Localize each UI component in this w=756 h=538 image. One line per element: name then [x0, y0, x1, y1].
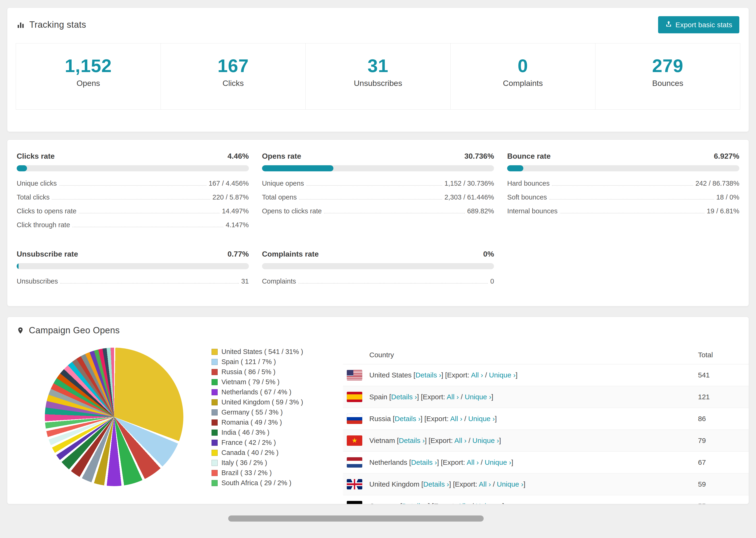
- bracket-open: [: [441, 458, 443, 466]
- dotted-leader: [52, 199, 210, 199]
- export-unique-link[interactable]: Unique ›: [465, 393, 491, 401]
- export-all-link[interactable]: All ›: [454, 437, 466, 444]
- export-unique-link[interactable]: Unique ›: [485, 458, 511, 466]
- metric-label: Hard bounces: [507, 180, 550, 187]
- export-label: Export:: [455, 480, 477, 488]
- table-row: Germany [Details ›] [Export: All › / Uni…: [343, 495, 749, 504]
- geo-title: Campaign Geo Opens: [29, 325, 120, 336]
- bar-chart-icon: [17, 21, 25, 29]
- geo-table-rows: United States [Details ›] [Export: All ›…: [343, 364, 749, 504]
- rates-card: Clicks rate 4.46% Unique clicks 167 / 4.…: [7, 139, 749, 306]
- rate-rows: Unique opens 1,152 / 30.736% Total opens…: [262, 177, 494, 218]
- country-flag: [347, 435, 362, 446]
- legend-swatch: [212, 409, 218, 415]
- details-link[interactable]: Details ›: [423, 480, 449, 488]
- legend-label: Vietnam ( 79 / 5% ): [221, 378, 280, 386]
- bracket-close: ]: [425, 437, 427, 444]
- links-slash: /: [464, 415, 466, 422]
- rate-panel: Clicks rate 4.46% Unique clicks 167 / 4.…: [17, 152, 249, 232]
- export-unique-link[interactable]: Unique ›: [468, 415, 495, 422]
- rate-title: Clicks rate: [17, 152, 55, 161]
- export-all-link[interactable]: All ›: [479, 480, 491, 488]
- export-unique-link[interactable]: Unique ›: [476, 502, 502, 504]
- bracket-close-2: ]: [515, 371, 517, 379]
- details-link[interactable]: Details ›: [402, 502, 428, 504]
- metric-value: 19 / 6.81%: [707, 207, 739, 215]
- legend-label: Canada ( 40 / 2% ): [221, 449, 279, 457]
- rate-value: 6.927%: [714, 152, 739, 161]
- stat-label: Unsubscribes: [306, 79, 450, 88]
- metric-label: Opens to clicks rate: [262, 207, 322, 215]
- metric-row: Unique clicks 167 / 4.456%: [17, 177, 249, 190]
- legend-item: France ( 42 / 2% ): [212, 438, 312, 448]
- metric-row: Clicks to opens rate 14.497%: [17, 204, 249, 218]
- legend-swatch: [212, 460, 218, 466]
- stat-cell: 1,152 Opens: [16, 43, 161, 109]
- metric-value: 689.82%: [467, 207, 494, 215]
- legend-swatch: [212, 349, 218, 355]
- geo-opens-pie-chart: [45, 348, 183, 486]
- export-all-link[interactable]: All ›: [450, 415, 462, 422]
- dotted-leader: [324, 213, 465, 213]
- details-link[interactable]: Details ›: [391, 393, 417, 401]
- country-flag: [347, 479, 362, 489]
- dotted-leader: [306, 185, 442, 186]
- metric-row: Total clicks 220 / 5.87%: [17, 190, 249, 204]
- export-all-link[interactable]: All ›: [458, 502, 470, 504]
- bracket-open: [: [389, 393, 391, 401]
- export-unique-link[interactable]: Unique ›: [489, 371, 515, 379]
- metric-row: Opens to clicks rate 689.82%: [262, 204, 494, 218]
- dotted-leader: [72, 227, 223, 227]
- details-link[interactable]: Details ›: [399, 437, 425, 444]
- rates-grid: Clicks rate 4.46% Unique clicks 167 / 4.…: [7, 140, 749, 306]
- tracking-stats-card: Tracking stats Export basic stats 1,152 …: [7, 8, 749, 132]
- export-label: Export:: [426, 415, 449, 422]
- export-all-link[interactable]: All ›: [467, 458, 479, 466]
- bracket-close-2: ]: [495, 415, 497, 422]
- stats-summary-row: 1,152 Opens 167 Clicks 31 Unsubscribes 0…: [16, 43, 740, 110]
- export-unique-link[interactable]: Unique ›: [472, 437, 499, 444]
- rate-panel: Complaints rate 0% Complaints 0: [262, 250, 494, 288]
- legend-label: Russia ( 86 / 5% ): [221, 368, 275, 376]
- metric-value: 242 / 86.738%: [695, 180, 739, 187]
- rate-progress-bar: [262, 165, 494, 171]
- details-link[interactable]: Details ›: [395, 415, 420, 422]
- bracket-close: ]: [449, 480, 451, 488]
- legend-item: Vietnam ( 79 / 5% ): [212, 377, 312, 387]
- dotted-leader: [298, 283, 488, 284]
- rate-value: 30.736%: [464, 152, 494, 161]
- export-label: Export:: [423, 393, 445, 401]
- export-unique-link[interactable]: Unique ›: [497, 480, 523, 488]
- country-name: United States: [369, 371, 411, 379]
- legend-label: Italy ( 36 / 2% ): [221, 459, 267, 467]
- export-all-link[interactable]: All ›: [471, 371, 483, 379]
- country-flag: [347, 501, 362, 504]
- legend-label: South Africa ( 29 / 2% ): [221, 479, 291, 487]
- metric-value: 4.147%: [226, 221, 249, 229]
- metric-label: Unsubscribes: [17, 278, 58, 285]
- country-flag: [347, 413, 362, 424]
- tracking-stats-header: Tracking stats Export basic stats: [7, 8, 749, 40]
- dotted-leader: [299, 199, 442, 199]
- legend-swatch: [212, 399, 218, 405]
- metric-value: 220 / 5.87%: [212, 193, 249, 201]
- details-link[interactable]: Details ›: [411, 458, 437, 466]
- metric-value: 18 / 0%: [716, 193, 739, 201]
- country-name: Netherlands: [369, 458, 407, 466]
- legend-swatch: [212, 359, 218, 365]
- rate-progress-bar: [17, 165, 249, 171]
- stat-label: Complaints: [451, 79, 595, 88]
- legend-item: Russia ( 86 / 5% ): [212, 367, 312, 377]
- stat-label: Bounces: [595, 79, 740, 88]
- export-all-link[interactable]: All ›: [447, 393, 459, 401]
- stat-cell: 0 Complaints: [450, 43, 595, 109]
- stat-label: Clicks: [161, 79, 305, 88]
- legend-item: Italy ( 36 / 2% ): [212, 458, 312, 468]
- country-name: United Kingdom: [369, 480, 419, 488]
- legend-swatch: [212, 480, 218, 486]
- table-row: Spain [Details ›] [Export: All › / Uniqu…: [343, 386, 749, 408]
- export-basic-stats-button[interactable]: Export basic stats: [658, 16, 739, 33]
- links-slash: /: [485, 371, 487, 379]
- horizontal-scrollbar-thumb[interactable]: [228, 515, 484, 521]
- details-link[interactable]: Details ›: [415, 371, 441, 379]
